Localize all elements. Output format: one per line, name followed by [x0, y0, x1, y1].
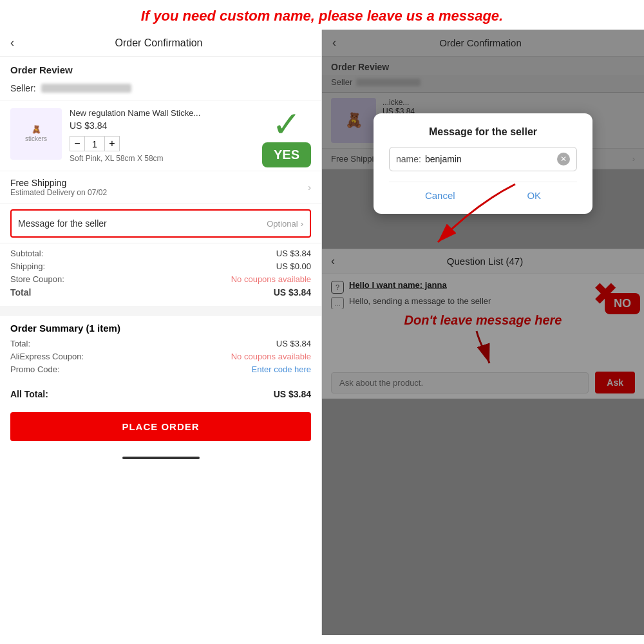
product-info: New regulation Name Wall Sticke... US $3…: [70, 108, 311, 163]
dialog-overlay: Message for the seller name: ✕ Cancel OK: [322, 30, 644, 635]
summary-total-value: US $3.84: [276, 339, 311, 348]
place-order-button[interactable]: PLACE ORDER: [10, 412, 311, 441]
product-name: New regulation Name Wall Sticke...: [70, 108, 311, 118]
top-banner: If you need custom name, please leave us…: [0, 0, 644, 30]
left-header: ‹ Order Confirmation: [0, 30, 321, 57]
order-review-label: Order Review: [0, 57, 321, 79]
shipping-title: Free Shipping: [10, 178, 107, 188]
left-back-button[interactable]: ‹: [10, 36, 14, 50]
shipping-cost-row: Shipping: US $0.00: [10, 261, 311, 271]
all-total-value: US $3.84: [274, 389, 311, 399]
coupon-label: Store Coupon:: [10, 274, 64, 284]
shipping-cost-label: Shipping:: [10, 261, 45, 271]
aliexpress-coupon-value: No coupons available: [231, 352, 311, 361]
left-panel: ‹ Order Confirmation Order Review Seller…: [0, 30, 322, 635]
left-panel-title: Order Confirmation: [22, 37, 296, 49]
optional-text: Optional: [267, 219, 298, 229]
optional-arrow-icon: ›: [301, 219, 303, 229]
dialog-input-row[interactable]: name: ✕: [389, 147, 577, 171]
shipping-subtitle: Estimated Delivery on 07/02: [10, 188, 107, 197]
coupon-row: Store Coupon: No coupons available: [10, 274, 311, 284]
aliexpress-coupon-label: AliExpress Coupon:: [10, 352, 84, 361]
dialog-box: Message for the seller name: ✕ Cancel OK: [374, 113, 592, 214]
dialog-clear-btn[interactable]: ✕: [557, 153, 570, 166]
shipping-cost-value: US $0.00: [276, 261, 311, 271]
subtotal-value: US $3.84: [276, 249, 311, 258]
promo-label: Promo Code:: [10, 365, 60, 374]
summary-total-row: Total: US $3.84: [10, 339, 311, 348]
promo-value[interactable]: Enter code here: [251, 365, 311, 374]
right-panel: ‹ Order Confirmation Order Review Seller…: [322, 30, 644, 635]
dialog-input-label: name:: [396, 154, 421, 164]
product-image-icon: 🧸stickers: [25, 125, 47, 144]
shipping-arrow-icon: ›: [308, 182, 311, 193]
order-summary-section: Order Summary (1 item) Total: US $3.84 A…: [0, 311, 321, 384]
product-variant: Soft Pink, XL 58cm X 58cm: [70, 154, 311, 163]
shipping-info: Free Shipping Estimated Delivery on 07/0…: [10, 178, 107, 197]
home-indicator: [122, 457, 200, 459]
product-row: 🧸stickers New regulation Name Wall Stick…: [0, 100, 321, 171]
dialog-ok-btn[interactable]: OK: [527, 190, 541, 201]
subtotal-label: Subtotal:: [10, 249, 43, 258]
qty-controls: − 1 +: [70, 136, 311, 151]
promo-row: Promo Code: Enter code here: [10, 365, 311, 374]
pricing-section: Subtotal: US $3.84 Shipping: US $0.00 St…: [0, 243, 321, 306]
dialog-title: Message for the seller: [389, 126, 577, 138]
dialog-input-field[interactable]: [425, 154, 557, 164]
qty-increase-btn[interactable]: +: [104, 136, 120, 151]
dialog-cancel-btn[interactable]: Cancel: [425, 190, 455, 201]
message-for-seller-row[interactable]: Message for the seller Optional ›: [10, 209, 311, 238]
product-price: US $3.84: [70, 120, 311, 131]
message-seller-label: Message for the seller: [18, 218, 107, 229]
total-value: US $3.84: [274, 287, 311, 298]
shipping-row[interactable]: Free Shipping Estimated Delivery on 07/0…: [0, 171, 321, 204]
thick-separator: [0, 306, 321, 311]
total-label: Total: [10, 287, 31, 298]
total-row: Total US $3.84: [10, 287, 311, 298]
bottom-bar: [0, 451, 321, 464]
coupon-value: No coupons available: [231, 274, 311, 284]
order-summary-title: Order Summary (1 item): [10, 323, 311, 334]
qty-decrease-btn[interactable]: −: [70, 136, 85, 151]
all-total-label: All Total:: [10, 389, 48, 399]
seller-name-blur: [41, 84, 131, 93]
subtotal-row: Subtotal: US $3.84: [10, 249, 311, 258]
qty-value: 1: [85, 136, 104, 151]
message-seller-optional-container: Optional ›: [267, 219, 303, 229]
seller-row: Seller:: [0, 79, 321, 100]
banner-text: If you need custom name, please leave us…: [141, 8, 503, 24]
product-image: 🧸stickers: [10, 108, 62, 160]
aliexpress-coupon-row: AliExpress Coupon: No coupons available: [10, 352, 311, 361]
summary-total-label: Total:: [10, 339, 30, 348]
all-total-row: All Total: US $3.84: [0, 384, 321, 402]
dialog-actions: Cancel OK: [389, 182, 577, 201]
seller-label: Seller:: [10, 83, 36, 93]
